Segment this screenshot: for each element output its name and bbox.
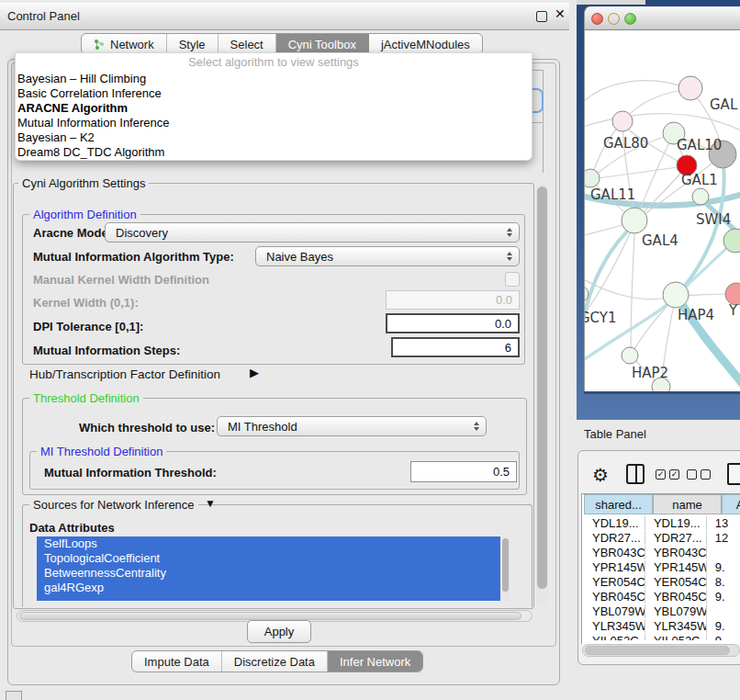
unchecked-checkbox-icon[interactable] [687, 469, 697, 480]
mi-threshold-value: 0.5 [493, 465, 510, 479]
network-node[interactable] [585, 169, 600, 187]
network-graph: GALGAL80GAL10GAL1GAL11SWI4GAL4GCY1HAP4YH… [585, 30, 740, 391]
table-cell: YBR045C [584, 590, 645, 604]
table-rows[interactable]: YDL19...YDL19...13YDR27...YDR27...12YBR0… [584, 515, 740, 640]
column-layout-icon[interactable] [626, 464, 645, 484]
which-threshold-select[interactable]: MI Threshold [217, 416, 487, 436]
network-view[interactable]: GALGAL80GAL10GAL1GAL11SWI4GAL4GCY1HAP4YH… [584, 30, 740, 391]
network-node[interactable] [622, 208, 647, 233]
aracne-mode-label: Aracne Mode: [33, 226, 112, 240]
kernel-width-value: 0.0 [496, 293, 512, 307]
close-panel-icon[interactable]: ✕ [555, 6, 566, 21]
table-cell: YLR345W [584, 619, 645, 633]
algorithm-option[interactable]: Basic Correlation Inference [16, 86, 532, 101]
table-row[interactable]: YBR045CYBR045C9. [584, 589, 740, 604]
algorithm-option[interactable]: Bayesian – Hill Climbing [16, 72, 532, 86]
table-cell: YDR27... [645, 531, 707, 545]
tab-infer-network-label: Infer Network [340, 655, 410, 669]
mi-type-select[interactable]: Naive Bayes [255, 246, 520, 266]
table-row[interactable]: YDL19...YDL19...13 [584, 515, 740, 530]
sources-collapse-icon[interactable]: ▼ [205, 497, 216, 510]
data-attribute-item[interactable]: gal4RGexp [37, 581, 500, 595]
gear-icon[interactable]: ⚙ [592, 464, 609, 486]
checked-checkbox-icon[interactable]: ✓ [669, 469, 679, 480]
apply-button-label: Apply [264, 625, 295, 638]
table-cell: 12 [707, 531, 740, 545]
column-header-partial[interactable]: A [722, 494, 740, 514]
table-row[interactable]: YDR27...YDR27...12 [584, 530, 740, 545]
attributes-scrollbar[interactable] [501, 536, 510, 601]
table-cell: YBL079W [645, 604, 707, 618]
unchecked-checkbox-icon[interactable] [701, 469, 711, 480]
zoom-traffic-light-icon[interactable] [624, 13, 636, 25]
algorithm-option[interactable]: ARACNE Algorithm [16, 101, 532, 116]
manual-kernel-checkbox[interactable] [505, 272, 520, 287]
kernel-width-field[interactable]: 0.0 [386, 290, 520, 310]
checked-checkbox-icon[interactable]: ✓ [656, 469, 666, 480]
which-threshold-value: MI Threshold [228, 420, 297, 434]
table-horizontal-scrollbar[interactable] [582, 644, 740, 657]
dpi-tolerance-field[interactable]: 0.0 [386, 313, 520, 333]
mi-threshold-field[interactable]: 0.5 [410, 461, 517, 482]
table-cell: 8. [707, 575, 740, 589]
table-cell: 9. [707, 590, 740, 604]
table-cell: YBR045C [645, 590, 707, 604]
tab-discretize-data[interactable]: Discretize Data [222, 651, 328, 672]
tab-jactivemnodules-label: jActiveMNodules [381, 38, 470, 51]
data-attribute-item[interactable]: TopologicalCoefficient [37, 551, 500, 566]
network-window-titlebar[interactable] [584, 6, 740, 30]
table-row[interactable]: YER054CYER054C8. [584, 574, 740, 589]
table-row[interactable]: YPR145WYPR145W9. [584, 559, 740, 574]
algorithm-option[interactable]: Mutual Information Inference [16, 116, 532, 130]
network-node-label: GAL80 [603, 135, 648, 152]
network-node[interactable] [692, 188, 709, 205]
column-header-shared[interactable]: shared... [584, 494, 653, 514]
settings-vertical-scrollbar[interactable] [536, 185, 548, 605]
tab-infer-network[interactable]: Infer Network [328, 651, 422, 672]
hub-expand-icon[interactable]: ▶ [250, 366, 259, 379]
data-attributes-label: Data Attributes [29, 521, 115, 535]
table-cell: YER054C [645, 575, 707, 589]
column-header-shared-label: shared... [595, 498, 642, 512]
tab-impute-data[interactable]: Impute Data [132, 651, 222, 672]
network-node[interactable] [622, 347, 638, 364]
tab-select-label: Select [230, 38, 263, 51]
table-cell: YBR043C [645, 546, 707, 559]
tab-select[interactable]: Select [219, 34, 276, 54]
algorithm-option[interactable]: Dream8 DC_TDC Algorithm [16, 145, 532, 160]
data-attribute-item[interactable]: SelfLoops [37, 536, 500, 551]
file-icon[interactable] [727, 463, 740, 485]
algorithm-option[interactable]: Bayesian – K2 [16, 130, 532, 145]
network-node[interactable] [612, 111, 633, 131]
network-node[interactable] [678, 76, 702, 100]
control-panel-title: Control Panel [7, 9, 80, 23]
network-node-label: GAL1 [681, 172, 718, 188]
aracne-mode-select[interactable]: Discovery [105, 222, 520, 243]
tab-cyni-toolbox[interactable]: Cyni Toolbox [276, 34, 369, 54]
tab-network[interactable]: Network [82, 34, 167, 54]
network-node-label: GAL10 [677, 137, 722, 153]
manual-kernel-label: Manual Kernel Width Definition [33, 273, 209, 287]
mi-steps-field[interactable]: 6 [391, 337, 520, 357]
data-attributes-list[interactable]: SelfLoopsTopologicalCoefficientBetweenne… [37, 536, 500, 601]
tab-style[interactable]: Style [167, 34, 219, 54]
data-attribute-item[interactable]: BetweennessCentrality [37, 566, 500, 581]
table-row[interactable]: YBR043CYBR043C [584, 545, 740, 559]
sources-title: Sources for Network Inference [29, 498, 198, 512]
cut-off-button[interactable] [6, 691, 22, 700]
control-panel-titlebar: Control Panel ✕ [0, 3, 569, 30]
combo-stepper-icon [507, 228, 512, 237]
table-row[interactable]: YLR345WYLR345W9. [584, 618, 740, 633]
float-panel-icon[interactable] [536, 11, 547, 22]
column-header-name[interactable]: name [653, 494, 722, 514]
table-row[interactable]: YBL079WYBL079W [584, 604, 740, 618]
table-row[interactable]: YIL052CYIL052C9. [584, 633, 740, 640]
minimize-traffic-light-icon[interactable] [608, 13, 620, 25]
table-cell: 9. [707, 619, 740, 633]
network-node[interactable] [663, 282, 689, 308]
mi-type-value: Naive Bayes [266, 250, 333, 264]
apply-button[interactable]: Apply [247, 620, 311, 643]
close-traffic-light-icon[interactable] [591, 13, 603, 25]
tab-jactivemnodules[interactable]: jActiveMNodules [369, 34, 482, 54]
hidden-groupbox-edge [543, 70, 544, 173]
